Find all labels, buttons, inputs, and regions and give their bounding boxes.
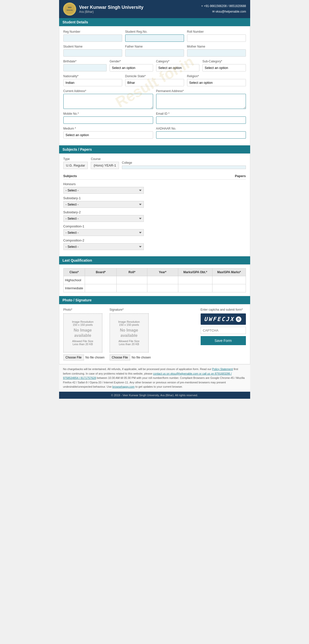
footer-note: No chargebacks will be entertained. All … (59, 364, 250, 392)
mother-name-label: Mother Name (187, 45, 246, 48)
intermediate-board[interactable] (86, 286, 115, 291)
email-address: ✉ vksu@helpenable.com (201, 9, 246, 15)
student-reg-label: Student Reg.No. (125, 30, 184, 33)
mother-name-input[interactable] (187, 49, 246, 57)
footer-copyright: © 2019 - Veer Kunwar Singh University, A… (59, 392, 250, 399)
email-label: Email ID * (156, 112, 246, 115)
student-details-header: Student Details (59, 18, 250, 26)
captcha-input[interactable] (201, 327, 246, 334)
religion-label: Religion* (187, 74, 246, 78)
col-year: Year* (147, 268, 178, 276)
subcategory-label: Sub-Category* (202, 60, 246, 63)
signature-choose-file-button[interactable]: Choose File (110, 354, 130, 360)
permanent-address-input[interactable] (156, 94, 246, 109)
reg-number-label: Reg Number (63, 30, 122, 33)
header-contact: + +91-9661566208 / 8651820688 ✉ vksu@hel… (201, 4, 246, 14)
browsehappy-link[interactable]: browsehappy.com (112, 385, 135, 388)
subject-row-subsidary2: Subsidary-2 - Select - (63, 210, 246, 222)
captcha-image: UWFECJX ↻ (201, 313, 246, 325)
photo-box: Image Resolution 150 x 150 pixels No Ima… (63, 313, 102, 352)
religion-select[interactable]: Select an option Hindu Muslim Christian … (187, 79, 246, 86)
contact-link[interactable]: contact us on vksu@helpenable.com or cal… (63, 372, 232, 380)
photo-no-file-text: No file chosen (85, 356, 105, 359)
reg-number-input[interactable] (63, 34, 122, 42)
composition1-select[interactable]: - Select - (63, 229, 144, 236)
aadhaar-label: AADHAAR No. (156, 127, 246, 130)
phone-number: + +91-9661566208 / 8651820688 (201, 4, 246, 9)
subject-row-subsidary1: Subsidary-1 - Select - (63, 196, 246, 208)
photo-signature-header: Photo / Signature (59, 296, 250, 304)
subsidary1-select[interactable]: - Select - (63, 201, 144, 208)
subjects-header: Subjects / Papers (59, 145, 250, 153)
roll-number-label: Roll Number (187, 30, 246, 33)
subject-row-composition2: Composition-2 - Select - (63, 238, 246, 250)
university-location: Ara (Bihar) (79, 10, 144, 14)
signature-no-file-text: No file chosen (132, 356, 151, 359)
type-label: Type (63, 157, 88, 161)
header-left: VKS University Veer Kunwar Singh Univers… (63, 3, 144, 16)
gender-select[interactable]: Select an option Male Female Other (110, 64, 153, 71)
papers-col-header: Papers (235, 174, 246, 178)
captcha-label: Enter captcha and submit form* (201, 308, 246, 311)
roll-number-input[interactable] (187, 34, 246, 42)
subject-row-composition1: Composition-1 - Select - (63, 224, 246, 236)
highschool-marks[interactable] (180, 278, 211, 283)
college-value (122, 166, 246, 169)
signature-box: Image Resolution 150 x 150 pixels No Ima… (110, 313, 149, 352)
table-row: Highschool (63, 276, 246, 284)
nationality-label: Nationality* (63, 74, 122, 78)
mobile-input[interactable] (63, 116, 153, 124)
father-name-label: Father Name (125, 45, 184, 48)
composition2-select[interactable]: - Select - (63, 243, 144, 250)
university-logo: VKS University (63, 3, 76, 16)
medium-label: Medium * (63, 127, 153, 130)
highschool-board[interactable] (86, 278, 115, 283)
photo-choose-file-button[interactable]: Choose File (63, 354, 84, 360)
highschool-max-marks[interactable] (214, 278, 244, 283)
type-value: U.G. Regular (63, 162, 88, 169)
save-form-button[interactable]: Save Form (201, 336, 246, 345)
category-label: Category* (156, 60, 200, 63)
course-value: (Hons) YEAR-1 (91, 162, 119, 169)
highschool-roll[interactable] (118, 278, 145, 283)
current-address-label: Current Address* (63, 89, 153, 93)
highschool-year[interactable] (149, 278, 176, 283)
svg-text:VKS: VKS (68, 7, 71, 8)
email-input[interactable] (156, 116, 246, 124)
intermediate-marks[interactable] (180, 286, 211, 291)
student-reg-input[interactable] (125, 34, 184, 42)
intermediate-max-marks[interactable] (214, 286, 244, 291)
intermediate-year[interactable] (149, 286, 176, 291)
student-name-input[interactable] (63, 49, 122, 57)
subject-row-honours: Honours - Select - (63, 182, 246, 194)
class-intermediate: Intermediate (63, 284, 85, 292)
birthdate-label: Birthdate* (63, 60, 107, 63)
subcategory-select[interactable]: Select an option (202, 64, 246, 71)
nationality-select[interactable]: Indian (63, 79, 122, 86)
birthdate-input[interactable] (63, 64, 107, 71)
subsidary2-select[interactable]: - Select - (63, 215, 144, 222)
medium-select[interactable]: Select an option Hindi English (63, 131, 153, 139)
signature-label: Signature* (110, 308, 151, 311)
university-info: Veer Kunwar Singh University Ara (Bihar) (79, 5, 144, 14)
category-select[interactable]: Select an option General OBC SC ST (156, 64, 200, 71)
current-address-input[interactable] (63, 94, 153, 109)
captcha-text: UWFECJX (204, 316, 235, 322)
policy-statement-link[interactable]: Policy Statement (212, 368, 233, 371)
subjects-col-header: Subjects (63, 174, 77, 178)
qualification-header: Last Qualification (59, 256, 250, 264)
father-name-input[interactable] (125, 49, 184, 57)
honours-select[interactable]: - Select - (63, 187, 144, 194)
intermediate-roll[interactable] (118, 286, 145, 291)
mobile-label: Mobile No.* (63, 112, 153, 115)
col-board: Board* (85, 268, 117, 276)
student-name-label: Student Name (63, 45, 122, 48)
qualification-table: Class* Board* Roll* Year* Marks/GPA Obt.… (63, 268, 246, 292)
captcha-refresh-button[interactable]: ↻ (236, 316, 241, 322)
domicile-select[interactable]: Bihar (125, 79, 184, 86)
course-label: Course (91, 157, 119, 161)
college-label: College (122, 161, 246, 165)
page-header: VKS University Veer Kunwar Singh Univers… (59, 0, 250, 18)
aadhaar-input[interactable] (156, 131, 246, 139)
class-highschool: Highschool (63, 276, 85, 284)
